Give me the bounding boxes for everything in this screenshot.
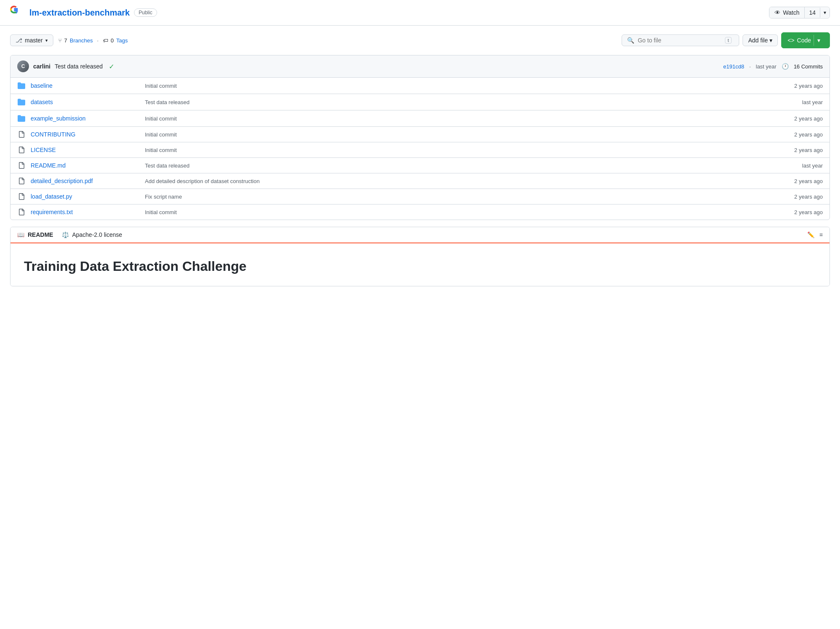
file-name[interactable]: example_submission	[31, 115, 140, 122]
file-commit-message: Initial commit	[145, 115, 776, 122]
file-time: 2 years ago	[781, 209, 823, 215]
file-name[interactable]: detailed_description.pdf	[31, 178, 140, 184]
file-table: C carlini Test data released ✓ e191cd8 ·…	[10, 55, 830, 220]
file-commit-message: Initial commit	[145, 83, 776, 89]
add-file-button[interactable]: Add file ▾	[743, 34, 778, 46]
branches-count: 7	[64, 37, 67, 44]
file-name[interactable]: datasets	[31, 99, 140, 105]
file-icon	[17, 131, 26, 138]
watch-button-main[interactable]: 👁 Watch	[769, 7, 805, 18]
toolbar-right: 🔍 t Add file ▾ <> Code ▾	[622, 32, 830, 48]
add-file-chevron-icon: ▾	[769, 37, 772, 44]
book-icon: 📖	[17, 231, 24, 238]
branch-selector[interactable]: ⎇ master ▾	[10, 34, 53, 46]
divider1: ·	[97, 37, 99, 44]
search-shortcut: t	[725, 37, 731, 44]
commit-left: C carlini Test data released ✓	[17, 60, 114, 72]
file-icon	[17, 193, 26, 200]
file-time: 2 years ago	[781, 131, 823, 138]
branch-meta: ⑂ 7 Branches · 🏷 0 Tags	[58, 37, 128, 44]
file-time: last year	[781, 99, 823, 105]
file-name[interactable]: README.md	[31, 162, 140, 169]
scale-icon: ⚖️	[62, 231, 69, 238]
readme-section: 📖 README ⚖️ Apache-2.0 license ✏️ ≡ Trai…	[10, 227, 830, 286]
code-dropdown-icon[interactable]: ▾	[814, 35, 824, 46]
file-commit-message: Initial commit	[145, 131, 776, 138]
commit-right: e191cd8 · last year 🕐 16 Commits	[723, 63, 823, 70]
commits-link[interactable]: 16 Commits	[794, 63, 823, 70]
table-row: datasetsTest data releasedlast year	[10, 94, 830, 110]
watch-dropdown-icon[interactable]: ▾	[820, 8, 830, 18]
file-name[interactable]: baseline	[31, 82, 140, 89]
commit-author[interactable]: carlini	[33, 63, 50, 70]
repo-title-area: lm-extraction-benchmark Public	[10, 5, 157, 20]
file-commit-message: Test data released	[145, 162, 776, 169]
readme-tabs: 📖 README ⚖️ Apache-2.0 license	[17, 231, 122, 238]
file-commit-message: Initial commit	[145, 147, 776, 153]
code-brackets-icon: <>	[788, 37, 794, 44]
branch-fork-icon: ⑂	[58, 37, 62, 44]
file-time: 2 years ago	[781, 115, 823, 122]
watch-label: Watch	[783, 9, 799, 16]
avatar: C	[17, 60, 29, 72]
readme-tab[interactable]: 📖 README	[17, 231, 53, 244]
code-button[interactable]: <> Code ▾	[781, 32, 830, 48]
table-row: requirements.txtInitial commit2 years ag…	[10, 204, 830, 220]
file-name[interactable]: LICENSE	[31, 147, 140, 153]
file-icon	[17, 147, 26, 153]
branches-label[interactable]: Branches	[70, 37, 93, 44]
file-time: 2 years ago	[781, 194, 823, 200]
readme-body: Training Data Extraction Challenge	[10, 244, 830, 286]
commit-message-header: Test data released	[55, 63, 102, 70]
file-commit-message: Test data released	[145, 99, 776, 105]
public-badge: Public	[134, 8, 157, 17]
folder-icon	[17, 82, 26, 89]
table-row: baselineInitial commit2 years ago	[10, 78, 830, 94]
commit-hash[interactable]: e191cd8	[723, 63, 744, 70]
file-commit-message: Fix script name	[145, 194, 776, 200]
file-commit-message: Initial commit	[145, 209, 776, 215]
commit-time: last year	[756, 63, 777, 70]
file-name[interactable]: requirements.txt	[31, 209, 140, 215]
file-name[interactable]: load_dataset.py	[31, 193, 140, 200]
file-rows-container: baselineInitial commit2 years agodataset…	[10, 78, 830, 220]
file-commit-message: Add detailed description of dataset cons…	[145, 178, 776, 184]
top-header: lm-extraction-benchmark Public 👁 Watch 1…	[0, 0, 840, 26]
list-icon[interactable]: ≡	[819, 231, 823, 238]
file-icon	[17, 162, 26, 169]
file-time: last year	[781, 162, 823, 169]
pencil-icon[interactable]: ✏️	[807, 231, 814, 238]
code-label: Code	[797, 37, 811, 44]
watch-button[interactable]: 👁 Watch 14 ▾	[769, 7, 830, 18]
readme-tab-label: README	[28, 231, 53, 238]
branch-chevron-icon: ▾	[45, 38, 48, 43]
file-time: 2 years ago	[781, 83, 823, 89]
commits-history-icon: 🕐	[782, 63, 789, 70]
file-time: 2 years ago	[781, 147, 823, 153]
table-row: example_submissionInitial commit2 years …	[10, 110, 830, 127]
file-name[interactable]: CONTRIBUTING	[31, 131, 140, 138]
file-time: 2 years ago	[781, 178, 823, 184]
license-tab[interactable]: ⚖️ Apache-2.0 license	[62, 231, 122, 238]
folder-icon	[17, 98, 26, 106]
search-box[interactable]: 🔍 t	[622, 34, 739, 46]
google-logo-icon	[10, 5, 25, 20]
table-row: README.mdTest data releasedlast year	[10, 158, 830, 173]
table-row: detailed_description.pdfAdd detailed des…	[10, 173, 830, 189]
table-row: LICENSEInitial commit2 years ago	[10, 142, 830, 158]
avatar-image: C	[17, 60, 29, 72]
file-icon	[17, 178, 26, 184]
add-file-label: Add file	[748, 37, 768, 44]
commits-count: 16 Commits	[794, 63, 823, 70]
commit-separator1: ·	[749, 63, 751, 70]
branch-icon: ⎇	[16, 37, 22, 44]
table-row: load_dataset.pyFix script name2 years ag…	[10, 189, 830, 204]
search-icon: 🔍	[627, 37, 634, 44]
check-icon: ✓	[109, 63, 114, 71]
file-icon	[17, 209, 26, 215]
search-input[interactable]	[638, 37, 722, 44]
toolbar-left: ⎇ master ▾ ⑂ 7 Branches · 🏷 0 Tags	[10, 34, 128, 46]
tag-icon: 🏷	[103, 37, 108, 44]
tags-label[interactable]: Tags	[116, 37, 128, 44]
repo-name[interactable]: lm-extraction-benchmark	[29, 8, 130, 18]
